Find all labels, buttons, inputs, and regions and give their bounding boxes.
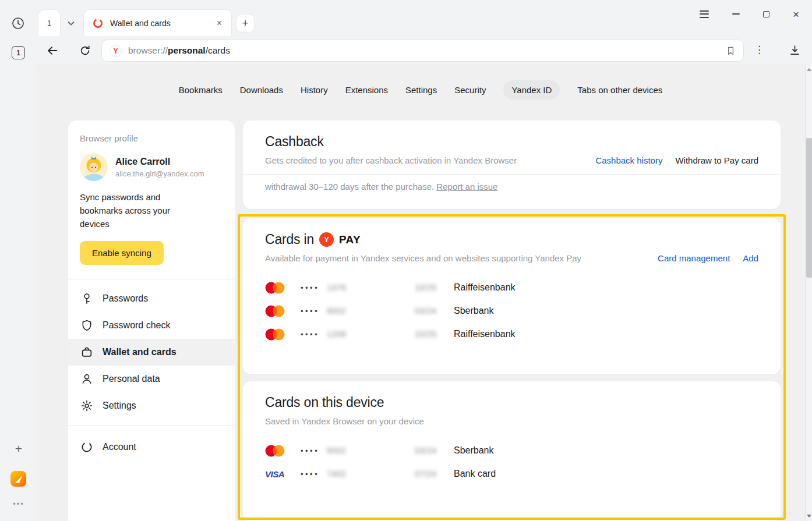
back-button[interactable] <box>46 44 59 57</box>
cards-in-yandex-pay-card: Cards in Y PAY Available for payment in … <box>243 218 781 374</box>
saved-card-row[interactable]: ••••8002 03/24 Sberbank <box>265 439 758 462</box>
tab-counter-button[interactable]: 1 <box>12 46 25 59</box>
yandex-pay-wordmark: PAY <box>339 233 361 246</box>
scrollbar-down-arrow-icon[interactable] <box>807 515 811 518</box>
browser-menu-icon[interactable] <box>700 10 709 18</box>
saved-card-row[interactable]: ••••8002 03/24 Sberbank <box>265 299 758 322</box>
sidebar-item-password-check[interactable]: Password check <box>68 312 235 339</box>
browser-profile-card: Browser profile Alice Carroll <box>68 120 235 521</box>
nav-bookmarks[interactable]: Bookmarks <box>179 80 223 100</box>
yandex-browser-logo[interactable] <box>10 471 26 487</box>
scrollbar-up-arrow-icon[interactable] <box>807 68 811 71</box>
card-bank-name: Raiffeisenbank <box>454 282 516 293</box>
card-number-blurred: 1476 <box>327 283 346 292</box>
window-close-button[interactable]: × <box>793 9 799 20</box>
url-favicon-yandex-icon: Y <box>110 45 122 57</box>
sidebar-item-label: Settings <box>103 401 136 411</box>
sidebar-item-passwords[interactable]: Passwords <box>68 285 235 312</box>
card-mask-dots: •••• <box>301 447 319 455</box>
downloads-icon[interactable] <box>789 44 801 56</box>
shield-icon <box>80 319 93 332</box>
nav-security[interactable]: Security <box>454 80 486 100</box>
cashback-subtitle: Gets credited to you after cashback acti… <box>265 155 595 165</box>
cashback-card: Cashback Gets credited to you after cash… <box>243 120 781 209</box>
window-maximize-button[interactable] <box>763 11 769 17</box>
browser-side-rail: 1 + ••• <box>0 0 36 521</box>
tab-close-icon[interactable]: × <box>214 17 224 29</box>
card-expiry-blurred: 03/24 <box>415 306 454 316</box>
scrollbar-thumb[interactable] <box>806 138 812 278</box>
history-clock-icon[interactable] <box>11 16 25 30</box>
gear-icon <box>80 399 93 412</box>
new-tab-button[interactable]: + <box>236 15 254 32</box>
profile-user: Alice Carroll alice.the.girl@yandex.com <box>80 153 223 181</box>
withdraw-to-pay-card-link[interactable]: Withdraw to Pay card <box>675 155 758 165</box>
sidebar-item-account[interactable]: Account <box>68 434 235 460</box>
nav-yandex-id[interactable]: Yandex ID <box>503 80 560 100</box>
sidebar-item-label: Personal data <box>103 374 160 384</box>
avatar <box>80 153 108 181</box>
sidebar-item-settings[interactable]: Settings <box>68 392 235 419</box>
device-cards-title: Cards on this device <box>265 395 758 410</box>
card-number-blurred: 7402 <box>327 469 346 479</box>
cards-on-device-card: Cards on this device Saved in Yandex Bro… <box>243 381 781 521</box>
sidebar-item-label: Account <box>103 442 136 452</box>
page-content: Bookmarks Downloads History Extensions S… <box>36 65 805 521</box>
pay-cards-title: Cards in <box>265 232 314 247</box>
active-tab[interactable]: Wallet and cards × <box>84 10 231 36</box>
report-an-issue-link[interactable]: Report an issue <box>436 182 497 192</box>
sidebar-item-personal-data[interactable]: Personal data <box>68 366 235 392</box>
settings-nav: Bookmarks Downloads History Extensions S… <box>36 80 805 100</box>
rail-new-tab-button[interactable]: + <box>12 442 26 455</box>
titlebar: 1 Wallet and cards × + × <box>36 0 812 36</box>
profile-section-title: Browser profile <box>80 133 223 143</box>
add-card-link[interactable]: Add <box>743 253 758 263</box>
card-bank-name: Sberbank <box>454 445 494 456</box>
window-minimize-button[interactable] <box>732 13 740 15</box>
device-cards-subtitle: Saved in Yandex Browser on your device <box>265 416 758 426</box>
cashback-history-link[interactable]: Cashback history <box>595 155 662 165</box>
nav-settings[interactable]: Settings <box>405 80 437 100</box>
sync-description: Sync passwords and bookmarks across your… <box>80 191 193 231</box>
card-expiry-blurred: 03/24 <box>415 446 454 455</box>
mastercard-icon <box>265 445 290 457</box>
card-mask-dots: •••• <box>301 470 319 478</box>
card-mask-dots: •••• <box>301 284 319 292</box>
sidebar-item-label: Password check <box>103 320 171 331</box>
mastercard-icon <box>265 328 290 341</box>
tab-group-chevron-down-icon[interactable] <box>62 16 80 31</box>
profile-name: Alice Carroll <box>115 157 204 167</box>
nav-extensions[interactable]: Extensions <box>345 80 388 100</box>
url-bar[interactable]: Y browser://personal/cards <box>101 40 744 62</box>
enable-syncing-button[interactable]: Enable syncing <box>80 241 164 265</box>
url-text: browser://personal/cards <box>128 45 230 56</box>
card-expiry-blurred: 10/25 <box>415 283 454 292</box>
page-scrollbar[interactable] <box>805 65 812 521</box>
tab-favicon-yandex-id-icon <box>92 17 104 29</box>
card-management-link[interactable]: Card management <box>658 253 730 263</box>
card-mask-dots: •••• <box>301 331 319 338</box>
nav-tabs-other-devices[interactable]: Tabs on other devices <box>577 80 662 100</box>
saved-card-row[interactable]: VISA ••••7402 07/24 Bank card <box>265 462 758 485</box>
saved-card-row[interactable]: ••••1476 10/25 Raiffeisenbank <box>265 276 758 299</box>
tab-group-badge[interactable]: 1 <box>38 10 60 36</box>
rail-more-button[interactable]: ••• <box>8 499 29 508</box>
nav-downloads[interactable]: Downloads <box>240 80 283 100</box>
key-icon <box>80 292 93 305</box>
reload-button[interactable] <box>79 44 91 57</box>
bookmark-flag-icon[interactable] <box>726 45 736 56</box>
card-expiry-blurred: 10/25 <box>415 329 454 339</box>
card-expiry-blurred: 07/24 <box>415 469 454 479</box>
sidebar-item-label: Wallet and cards <box>103 347 176 357</box>
pay-cards-subtitle: Available for payment in Yandex services… <box>265 253 658 263</box>
card-bank-name: Bank card <box>454 469 496 479</box>
sidebar-item-wallet-and-cards[interactable]: Wallet and cards <box>68 339 235 366</box>
visa-icon: VISA <box>265 469 290 479</box>
tab-title: Wallet and cards <box>110 19 208 28</box>
person-icon <box>80 373 93 385</box>
toolbar-kebab-menu-icon[interactable]: ⋮ <box>754 44 762 56</box>
saved-card-row[interactable]: ••••1208 10/25 Raiffeisenbank <box>265 322 758 346</box>
nav-history[interactable]: History <box>301 80 328 100</box>
mastercard-icon <box>265 305 290 317</box>
profile-email: alice.the.girl@yandex.com <box>115 169 204 178</box>
